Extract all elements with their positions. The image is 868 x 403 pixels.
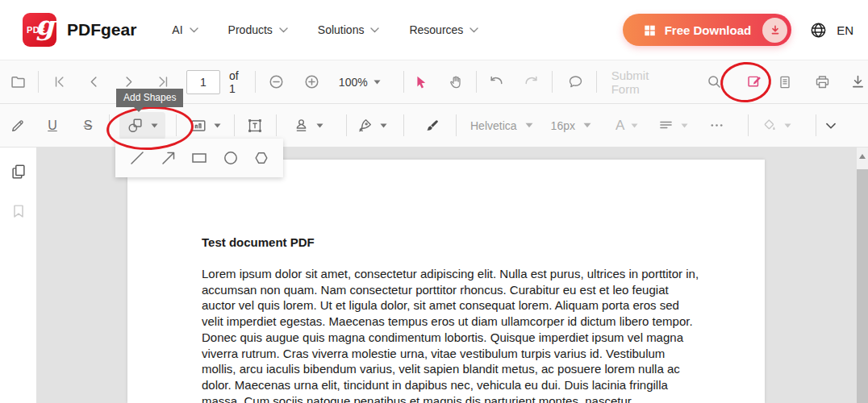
- chevron-down-icon: [279, 27, 288, 33]
- page-number-input[interactable]: [186, 70, 220, 94]
- divider: [255, 71, 256, 93]
- more-options-button[interactable]: [706, 114, 727, 137]
- shape-polygon-item[interactable]: [249, 146, 273, 170]
- search-button[interactable]: [703, 71, 724, 93]
- zoom-level-value: 100%: [339, 76, 368, 89]
- nav-item-products[interactable]: Products: [228, 23, 288, 36]
- free-download-button[interactable]: Free Download: [623, 14, 792, 46]
- prev-page-button[interactable]: [83, 71, 104, 93]
- divider: [403, 71, 404, 93]
- font-color-button[interactable]: A: [616, 118, 638, 134]
- align-icon: [657, 117, 674, 134]
- add-textbox-button[interactable]: [244, 114, 265, 137]
- select-tool-button[interactable]: [411, 71, 432, 93]
- shapes-icon: [127, 117, 144, 135]
- nav-item-ai[interactable]: AI: [172, 23, 198, 36]
- chevron-down-icon: [190, 27, 198, 33]
- caret-down-icon: [525, 123, 533, 128]
- zoom-out-icon: [268, 73, 285, 90]
- search-icon: [706, 73, 723, 90]
- open-file-button[interactable]: [7, 71, 28, 93]
- arrow-shape-icon: [159, 148, 178, 168]
- strikethrough-button[interactable]: S: [77, 114, 98, 137]
- shape-rectangle-item[interactable]: [187, 146, 211, 170]
- caret-down-icon: [373, 80, 381, 85]
- first-page-button[interactable]: [48, 71, 69, 93]
- font-size-value: 16px: [551, 119, 575, 132]
- download-file-button[interactable]: [847, 71, 868, 93]
- edit-form-button[interactable]: [744, 71, 765, 93]
- chevron-down-icon: [469, 27, 478, 33]
- caret-down-icon: [316, 123, 323, 128]
- divider: [596, 71, 597, 93]
- stamp-button[interactable]: [293, 114, 323, 137]
- pdf-page[interactable]: Test document PDF Lorem ipsum dolor sit …: [127, 160, 765, 403]
- next-page-icon: [121, 74, 136, 89]
- last-page-icon: [156, 74, 171, 89]
- caret-down-icon: [784, 123, 791, 128]
- globe-icon[interactable]: [809, 21, 828, 39]
- tooltip-text: Add Shapes: [123, 92, 176, 103]
- signature-button[interactable]: [357, 114, 387, 137]
- download-button-label: Free Download: [665, 23, 752, 37]
- edit-form-icon: [746, 73, 763, 90]
- bookmarks-panel-icon: [10, 202, 27, 220]
- pdfgear-logo[interactable]: PDF g: [23, 13, 56, 47]
- font-family-select[interactable]: Helvetica: [470, 119, 533, 132]
- language-selector[interactable]: EN: [837, 23, 853, 37]
- add-image-button[interactable]: [190, 114, 221, 137]
- windows-icon: [643, 23, 657, 37]
- underline-button[interactable]: U: [42, 114, 63, 137]
- brush-format-button[interactable]: [422, 114, 443, 137]
- nav-label: Products: [228, 23, 273, 36]
- align-button[interactable]: [657, 114, 688, 137]
- print-button[interactable]: [812, 71, 833, 93]
- bookmarks-panel-button[interactable]: [8, 200, 29, 222]
- undo-button[interactable]: [486, 71, 507, 93]
- fill-color-button[interactable]: [762, 114, 791, 137]
- scroll-up-arrow-icon[interactable]: [859, 154, 866, 159]
- collapse-toolbar-button[interactable]: [820, 114, 841, 137]
- zoom-out-button[interactable]: [266, 71, 287, 93]
- divider: [816, 114, 816, 136]
- textbox-icon: [246, 117, 264, 135]
- doc-view-icon: [777, 74, 793, 90]
- chevron-down-icon: [370, 27, 379, 33]
- doc-view-button[interactable]: [774, 71, 795, 93]
- nav-item-solutions[interactable]: Solutions: [318, 23, 380, 36]
- caret-down-icon: [151, 123, 158, 128]
- pages-panel-icon: [10, 163, 27, 181]
- brand-title: PDFgear: [67, 20, 136, 39]
- shape-line-item[interactable]: [125, 146, 149, 170]
- font-size-select[interactable]: 16px: [551, 119, 591, 132]
- underline-label: U: [48, 118, 57, 133]
- caret-down-icon: [583, 123, 591, 128]
- zoom-level-select[interactable]: 100%: [339, 76, 381, 89]
- print-icon: [814, 73, 831, 90]
- caret-down-icon: [380, 123, 387, 128]
- pen-tool-button[interactable]: [7, 114, 28, 137]
- divider: [476, 71, 477, 93]
- submit-form-button[interactable]: Submit Form: [611, 69, 676, 96]
- vertical-scrollbar[interactable]: [857, 147, 868, 403]
- shape-ellipse-item[interactable]: [219, 146, 243, 170]
- shape-arrow-item[interactable]: [156, 146, 181, 170]
- divider: [276, 114, 277, 136]
- divider: [38, 71, 39, 93]
- comment-button[interactable]: [565, 71, 586, 93]
- redo-button[interactable]: [521, 71, 542, 93]
- pages-panel-button[interactable]: [8, 160, 29, 183]
- divider: [109, 114, 110, 136]
- nav-item-resources[interactable]: Resources: [409, 23, 478, 36]
- add-shapes-button[interactable]: [119, 112, 165, 139]
- nav-label: Resources: [409, 23, 463, 36]
- document-heading: Test document PDF: [202, 235, 315, 249]
- scrollbar-thumb[interactable]: [857, 169, 868, 403]
- fill-color-icon: [762, 118, 778, 134]
- divider: [176, 114, 177, 136]
- zoom-in-button[interactable]: [302, 71, 323, 93]
- hand-tool-button[interactable]: [445, 71, 466, 93]
- font-family-value: Helvetica: [470, 119, 517, 132]
- add-shapes-tooltip: Add Shapes: [116, 89, 183, 107]
- divider: [234, 114, 235, 136]
